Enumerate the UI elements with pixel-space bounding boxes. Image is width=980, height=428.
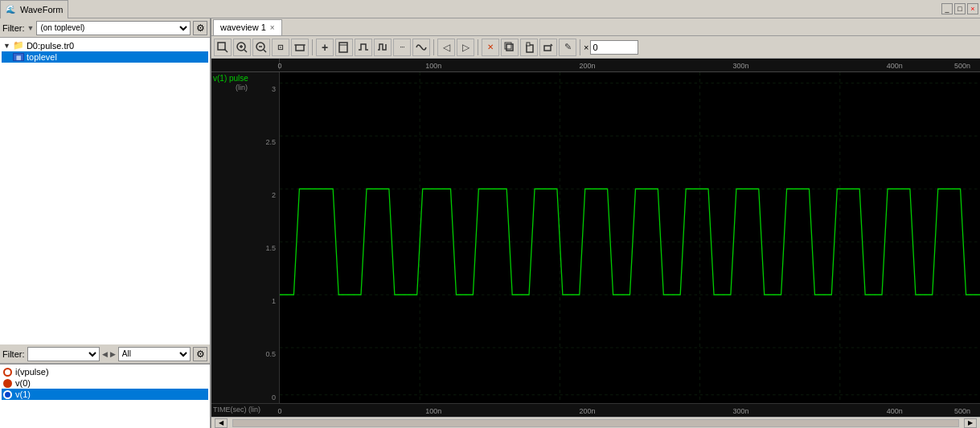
y-label-1_5: 1.5 <box>265 244 276 252</box>
time-label-top-0: 0 <box>277 62 281 70</box>
title-bar: 🌊 WaveForm _ □ × <box>0 0 980 18</box>
svg-rect-13 <box>339 43 347 52</box>
scrollbar-thumb[interactable] <box>233 420 958 426</box>
cursor-right-button[interactable]: ▷ <box>457 39 474 56</box>
app-icon: 🌊 <box>6 5 15 14</box>
toolbar-sep-4 <box>580 39 580 55</box>
waveform-svg <box>280 72 980 403</box>
signal-item-v0[interactable]: v(0) <box>2 377 208 389</box>
main-layout: Filter: ▼ (on toplevel) ⚙ ▼ 📁 D0:pulse.t… <box>0 18 980 428</box>
maximize-button[interactable]: □ <box>954 3 966 14</box>
scroll-left-button[interactable]: ◀ <box>215 418 228 428</box>
cursor-paste-icon <box>523 42 535 53</box>
cursor-step-icon <box>377 42 388 53</box>
cursor-copy-button[interactable] <box>501 39 519 56</box>
cursor-copy-icon <box>504 42 515 53</box>
tree-item-label-toplevel: toplevel <box>27 52 57 62</box>
svg-rect-0 <box>218 43 225 50</box>
toolbar-sep-1 <box>312 39 313 55</box>
x-label: × <box>584 43 588 52</box>
filter-bar-bottom: Filter: ◀ ▶ All ⚙ <box>0 344 210 364</box>
cursor-sine-button[interactable] <box>412 39 430 56</box>
svg-rect-19 <box>544 46 551 51</box>
cursor-bar-button[interactable] <box>335 39 353 56</box>
filter-arrow-icon: ▼ <box>27 24 35 32</box>
signal-item-i-vpulse[interactable]: i(vpulse) <box>2 366 208 377</box>
cursor-wave-icon <box>358 42 369 53</box>
close-button[interactable]: × <box>967 3 978 14</box>
cursor-delete-button[interactable]: ✕ <box>482 39 499 56</box>
scrollbar-area: ◀ ▶ <box>211 417 980 428</box>
cursor-sine-icon <box>416 42 427 53</box>
y-label-1: 1 <box>272 297 276 305</box>
time-label-bottom-200n: 200n <box>579 407 595 415</box>
signal-icon-v0 <box>3 379 12 388</box>
cursor-step-button[interactable] <box>374 39 392 56</box>
title-bar-controls: _ □ × <box>941 3 980 14</box>
zoom-box-button[interactable] <box>214 39 232 56</box>
tree-item-toplevel[interactable]: ▦ toplevel <box>2 51 208 63</box>
signal-label-v1: v(1) <box>15 389 31 399</box>
y-label-0: 0 <box>272 393 276 402</box>
wave-area[interactable]: v(1) pulse (lin) 3 2.5 2 1.5 1 0.5 0 <box>211 72 980 403</box>
svg-rect-15 <box>506 44 513 51</box>
cursor-wave-button[interactable] <box>355 39 372 56</box>
scrollbar-track[interactable] <box>232 419 959 427</box>
filter-scope-dropdown[interactable]: All <box>118 347 191 361</box>
time-label-top-100n: 100n <box>425 62 441 70</box>
zoom-area-button[interactable] <box>291 39 309 56</box>
y-axis-panel: v(1) pulse (lin) 3 2.5 2 1.5 1 0.5 0 <box>211 72 280 403</box>
signal-label-v0: v(0) <box>15 378 31 388</box>
filter-gear-button-top[interactable]: ⚙ <box>193 21 207 35</box>
minimize-button[interactable]: _ <box>941 3 953 14</box>
tree-item-root[interactable]: ▼ 📁 D0:pulse.tr0 <box>2 39 208 51</box>
cursor-left-button[interactable]: ◁ <box>437 39 455 56</box>
time-label-bottom-0: 0 <box>277 407 281 415</box>
x-input-group: × <box>584 40 638 55</box>
time-label-top-200n: 200n <box>579 62 595 70</box>
time-label-top-400n: 400n <box>887 62 903 70</box>
cursor-edit-button[interactable]: ✎ <box>559 39 576 56</box>
zoom-box-icon <box>217 42 228 53</box>
waveview-tab-close[interactable]: × <box>270 23 275 32</box>
tree-expand-icon: ▼ <box>3 42 10 50</box>
time-label-bottom-500n: 500n <box>954 407 970 415</box>
time-axis-top: 0 100n 200n 300n 400n 500n <box>211 59 980 72</box>
time-label-top-500n: 500n <box>954 62 970 70</box>
signal-label-i-vpulse: i(vpulse) <box>15 367 49 377</box>
waveview-tab[interactable]: waveview 1 × <box>213 19 282 35</box>
signal-plot-label: v(1) pulse <box>213 74 248 83</box>
x-value-input[interactable] <box>590 40 638 55</box>
filter-nav-left-icon: ◀ <box>102 350 108 358</box>
toolbar: ⊡ + ··· ◁ ▷ ✕ <box>211 36 980 59</box>
time-axis-bottom-xlabel: TIME(sec) (lin) <box>213 406 260 414</box>
filter-gear-button-bottom[interactable]: ⚙ <box>193 347 207 361</box>
scroll-right-button[interactable]: ▶ <box>964 418 977 428</box>
filter-nav-right-icon: ▶ <box>110 350 116 358</box>
svg-rect-18 <box>527 43 530 46</box>
zoom-out-button[interactable] <box>252 39 270 56</box>
cursor-paste-button[interactable] <box>520 39 538 56</box>
zoom-fit-button[interactable]: ⊡ <box>272 39 289 56</box>
waveview-tabs: waveview 1 × <box>211 18 980 36</box>
filter-dropdown-bottom[interactable] <box>27 347 100 361</box>
signal-item-v1[interactable]: v(1) <box>2 389 208 400</box>
filter-label-top: Filter: <box>2 23 25 33</box>
cursor-dotted-button[interactable]: ··· <box>393 39 411 56</box>
title-tab[interactable]: 🌊 WaveForm <box>0 0 68 18</box>
zoom-out-icon <box>256 42 267 53</box>
y-label-2_5: 2.5 <box>265 138 276 146</box>
cursor-add-button[interactable]: + <box>316 39 334 56</box>
chip-icon: ▦ <box>13 53 24 61</box>
time-label-bottom-300n: 300n <box>733 407 749 415</box>
svg-rect-10 <box>296 45 304 51</box>
time-label-bottom-100n: 100n <box>425 407 441 415</box>
filter-bar-top: Filter: ▼ (on toplevel) ⚙ <box>0 18 210 38</box>
zoom-in-button[interactable] <box>233 39 251 56</box>
cursor-bar-icon <box>338 42 350 53</box>
cursor-erase-button[interactable] <box>539 39 557 56</box>
waveview-tab-label: waveview 1 <box>220 22 266 32</box>
zoom-in-icon <box>236 42 248 53</box>
time-axis-bottom: TIME(sec) (lin) 0 100n 200n 300n 400n 50… <box>211 403 980 417</box>
filter-dropdown-top[interactable]: (on toplevel) <box>36 21 191 35</box>
